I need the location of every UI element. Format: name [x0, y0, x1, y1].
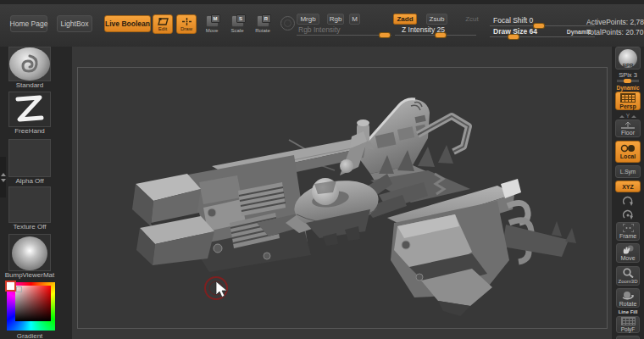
zoom3d-button[interactable]: Zoom3D	[616, 266, 640, 286]
color-picker[interactable]	[7, 282, 55, 331]
live-boolean-button[interactable]: Live Boolean	[104, 15, 151, 32]
tray-arrow-down-icon	[1, 179, 6, 182]
top-shelf-toolbar: Home Page LightBox Live Boolean Edit Dra…	[0, 4, 644, 47]
freehand-stroke-icon	[9, 92, 50, 126]
zadd-button[interactable]: Zadd	[393, 14, 417, 25]
draw-label: Draw	[180, 26, 192, 31]
clear-pivot-icon[interactable]	[622, 209, 634, 220]
mrgb-button[interactable]: Mrgb	[297, 14, 319, 25]
scale-gizmo-icon: S	[231, 15, 244, 27]
brush-swatch-standard[interactable]	[8, 47, 51, 81]
color-sv-square[interactable]	[15, 286, 51, 321]
move-tool-label: Move	[206, 28, 219, 33]
material-sphere-icon	[12, 236, 47, 270]
tray-arrow-up-icon	[1, 173, 6, 176]
dynamic-persp-label: Dynamic	[612, 85, 644, 91]
shelf-button-partial[interactable]	[616, 336, 640, 339]
total-points-readout: TotalPoints: 20.70	[586, 28, 644, 36]
rotate-gizmo-icon: R	[257, 15, 269, 27]
hand-icon	[622, 245, 634, 254]
stroke-label: FreeHand	[0, 127, 59, 135]
alpha-label: Alpha Off	[0, 177, 59, 185]
set-pivot-icon[interactable]	[622, 196, 634, 207]
sculpt-canvas[interactable]	[72, 47, 612, 339]
texture-label: Texture Off	[0, 223, 59, 231]
rotate-tool-label: Rotate	[255, 28, 270, 33]
lightbox-button[interactable]: LightBox	[57, 15, 92, 32]
rgb-intensity-handle[interactable]	[380, 33, 390, 37]
rotate-sphere-icon	[622, 290, 634, 300]
brush-cursor	[199, 273, 233, 303]
floor-icon	[621, 122, 635, 129]
move-tool-button[interactable]: M Move	[203, 14, 220, 34]
magnifier-icon	[623, 268, 634, 278]
line-fill-label: Line Fill	[612, 309, 644, 314]
rgb-button[interactable]: Rgb	[327, 14, 344, 25]
local-pivot-icon	[620, 144, 636, 153]
zcut-button[interactable]: Zcut	[463, 14, 481, 25]
focal-shift-slider[interactable]: Focal Shift 0	[490, 16, 595, 28]
spix-slider[interactable]	[617, 80, 639, 82]
scale-tool-label: Scale	[230, 28, 243, 33]
brush-label: Standard	[0, 81, 59, 89]
move-canvas-button[interactable]: Move	[616, 243, 640, 263]
focal-shift-label: Focal Shift 0	[493, 16, 533, 25]
persp-button[interactable]: Persp	[615, 92, 641, 110]
edit-quad-icon	[158, 18, 169, 25]
alpha-swatch[interactable]	[8, 139, 51, 177]
sv-cursor	[16, 286, 22, 292]
axis-left-arrow-icon	[619, 115, 625, 118]
polyf-button[interactable]: PolyF	[616, 316, 640, 333]
rgb-intensity-slider[interactable]: Rgb Intensity	[297, 25, 391, 37]
edit-button[interactable]: Edit	[153, 14, 173, 34]
draw-size-handle[interactable]	[508, 35, 519, 39]
draw-crosshair-icon	[182, 18, 192, 25]
bpr-render-button[interactable]: BPR	[615, 47, 641, 69]
texture-swatch[interactable]	[8, 186, 51, 223]
draw-size-slider[interactable]: Draw Size 64 Dynamic	[490, 27, 595, 39]
zsub-button[interactable]: Zsub	[426, 14, 447, 25]
lsym-button[interactable]: L.Sym	[615, 165, 641, 178]
floor-axis-row[interactable]: Y	[612, 113, 644, 119]
rotate-tool-button[interactable]: R Rotate	[253, 14, 272, 34]
persp-grid-icon	[620, 93, 636, 103]
standard-brush-icon	[9, 47, 50, 81]
rotate-canvas-button[interactable]: Rotate	[616, 288, 640, 308]
xyz-button[interactable]: XYZ	[615, 181, 641, 192]
spaceship-sculpt	[72, 47, 612, 339]
stroke-swatch-freehand[interactable]	[8, 92, 51, 127]
brush-ring-icon[interactable]	[280, 16, 295, 31]
material-label: BumpViewerMat	[0, 271, 59, 279]
active-points-readout: ActivePoints: 2,78	[586, 18, 644, 26]
hue-cursor	[5, 281, 16, 292]
left-shelf: Standard FreeHand Alpha Off Texture Off …	[0, 47, 72, 339]
z-intensity-slider[interactable]: Z Intensity 25	[395, 25, 476, 37]
axis-right-arrow-icon	[631, 115, 636, 118]
draw-button[interactable]: Draw	[176, 14, 197, 34]
spix-label: SPix 3	[612, 71, 644, 79]
local-button[interactable]: Local	[615, 141, 641, 163]
floor-button[interactable]: Floor	[615, 119, 641, 137]
gradient-label: Gradient	[0, 332, 59, 339]
z-intensity-handle[interactable]	[436, 33, 446, 37]
right-shelf: BPR SPix 3 Dynamic Persp Y Floor Local L…	[612, 47, 644, 339]
edit-label: Edit	[158, 26, 167, 31]
tray-toggle[interactable]	[0, 157, 6, 197]
home-page-button[interactable]: Home Page	[10, 15, 47, 32]
frame-icon	[623, 224, 634, 232]
scale-tool-button[interactable]: S Scale	[229, 14, 246, 34]
m-button[interactable]: M	[349, 14, 360, 25]
polyframe-grid-icon	[621, 317, 636, 325]
zbrush-window: { "colors": {"accent": "#e78b2b", "canva…	[0, 0, 644, 339]
rgb-intensity-label: Rgb Intensity	[298, 25, 341, 34]
material-swatch[interactable]	[8, 234, 51, 271]
frame-button[interactable]: Frame	[616, 222, 640, 241]
move-gizmo-icon: M	[206, 15, 219, 27]
